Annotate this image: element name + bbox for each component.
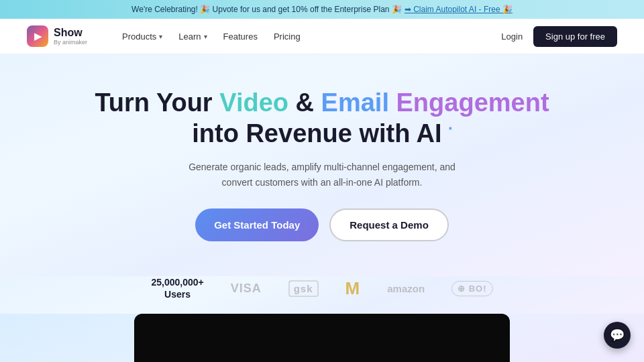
hero-title: Turn Your Video & Email Engagement into …	[27, 88, 617, 149]
video-player[interactable]	[134, 314, 510, 362]
video-section	[0, 314, 644, 362]
logo[interactable]: ▶ Show By animaker	[27, 25, 87, 47]
signup-button[interactable]: Sign up for free	[533, 26, 617, 47]
get-started-button[interactable]: Get Started Today	[195, 208, 319, 241]
chat-bubble[interactable]: 💬	[604, 322, 631, 349]
nav-pricing[interactable]: Pricing	[274, 32, 301, 42]
users-count: 25,000,000+ Users	[151, 276, 203, 300]
video-word: Video	[219, 88, 288, 117]
hero-buttons: Get Started Today Request a Demo	[27, 208, 617, 241]
banner-text: We're Celebrating! 🎉 Upvote for us and g…	[131, 5, 402, 14]
engagement-word: Engagement	[396, 88, 549, 117]
gsk-logo: gsk	[288, 280, 319, 297]
amazon-logo: amazon	[387, 283, 425, 294]
nav-learn[interactable]: Learn ▾	[178, 32, 207, 42]
logos-row: 25,000,000+ Users VISA gsk M amazon ⊕ BO…	[0, 276, 644, 314]
nav-products[interactable]: Products ▾	[122, 32, 162, 42]
chat-icon: 💬	[610, 328, 625, 343]
mcdonalds-logo: M	[345, 278, 361, 299]
login-button[interactable]: Login	[501, 32, 523, 42]
nav-actions: Login Sign up for free	[501, 26, 617, 47]
top-banner: We're Celebrating! 🎉 Upvote for us and g…	[0, 0, 644, 19]
visa-logo: VISA	[231, 282, 262, 296]
nav-links: Products ▾ Learn ▾ Features Pricing	[122, 32, 480, 42]
hero-subtitle: Generate organic leads, amplify multi-ch…	[181, 160, 463, 190]
logo-sub: By animaker	[54, 39, 87, 46]
email-word: Email	[321, 88, 389, 117]
hero-section: Turn Your Video & Email Engagement into …	[0, 54, 644, 276]
nav-features[interactable]: Features	[223, 32, 258, 42]
request-demo-button[interactable]: Request a Demo	[329, 208, 449, 241]
logo-icon: ▶	[27, 25, 48, 47]
navbar: ▶ Show By animaker Products ▾ Learn ▾ Fe…	[0, 19, 644, 54]
banner-link[interactable]: ➡ Claim Autopilot AI - Free 🎉	[405, 5, 513, 14]
logo-brand: Show	[54, 27, 87, 39]
hero-title-line2: into Revenue with AI *	[192, 119, 452, 147]
asterisk: *	[449, 125, 452, 135]
dropdown-icon: ▾	[204, 33, 207, 40]
dropdown-icon: ▾	[159, 33, 162, 40]
bo-logo: ⊕ BO!	[451, 281, 492, 296]
